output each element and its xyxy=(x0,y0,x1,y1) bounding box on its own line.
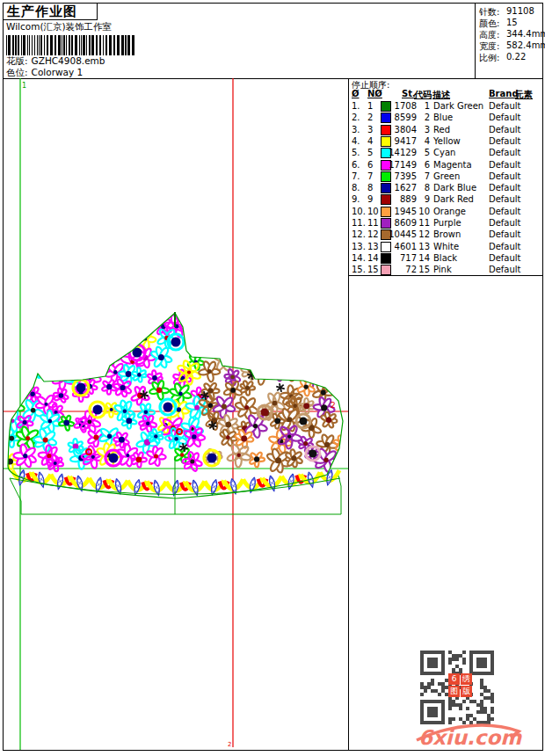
cell-stop-order: 3. xyxy=(352,124,360,135)
stamp-character: 图 xyxy=(448,686,460,697)
cell-description: Black xyxy=(433,252,457,264)
stamp-character: 绣 xyxy=(461,673,472,685)
cell-description: Blue xyxy=(433,112,453,123)
cell-description: Yellow xyxy=(433,135,461,147)
height-row: 高度:344.4mm xyxy=(479,29,499,41)
col-header-brand: Brand xyxy=(489,89,519,98)
col-header-element: 元素 xyxy=(515,89,533,101)
pattern-file-label: 花版: xyxy=(6,55,28,66)
cell-stitches: 9417 xyxy=(384,135,417,147)
cell-needle: 6 xyxy=(367,159,373,171)
cell-brand: Default xyxy=(489,217,521,229)
design-canvas: 122 xyxy=(4,78,348,750)
colorway-label: 色位: xyxy=(6,67,28,77)
cell-stitches: 14129 xyxy=(384,147,417,158)
col-header-code: 代码 xyxy=(414,89,432,101)
cell-brand: Default xyxy=(489,264,521,275)
studio-name: Wilcom(汇京)装饰工作室 xyxy=(6,21,112,33)
cell-description: Orange xyxy=(433,206,466,217)
svg-text:6xiu.com: 6xiu.com xyxy=(418,726,522,749)
cell-brand: Default xyxy=(489,171,521,182)
cell-needle: 13 xyxy=(367,241,379,252)
table-row: 10.10194510OrangeDefault xyxy=(349,206,543,217)
svg-text:1: 1 xyxy=(22,82,26,90)
cell-description: Brown xyxy=(433,229,461,240)
table-row: 8.816278Dark BlueDefault xyxy=(349,182,543,193)
table-row: 12.121044512BrownDefault xyxy=(349,229,543,240)
cell-brand: Default xyxy=(489,241,521,252)
colorway-value: Colorway 1 xyxy=(32,67,84,77)
header: 生产作业图 Wilcom(汇京)装饰工作室 花版:GZHC4908.emb 色位… xyxy=(3,3,542,79)
table-row: 5.5141295CyanDefault xyxy=(349,147,543,158)
table-row: 2.285992BlueDefault xyxy=(349,112,543,123)
table-row: 3.338043RedDefault xyxy=(349,124,543,135)
cell-code: 3 xyxy=(418,124,430,135)
color-count-label: 颜色: xyxy=(479,18,499,28)
cell-stop-order: 5. xyxy=(352,147,360,158)
cell-stop-order: 12. xyxy=(352,229,366,240)
cell-code: 4 xyxy=(418,135,430,147)
cell-code: 13 xyxy=(418,241,430,252)
cell-code: 15 xyxy=(418,264,430,275)
height-value: 344.4mm xyxy=(506,29,545,39)
cell-stitches: 10445 xyxy=(384,229,417,240)
cell-stop-order: 1. xyxy=(352,100,360,112)
site-watermark: 6xiu.com xyxy=(415,719,529,751)
cell-description: Dark Red xyxy=(433,193,474,205)
cell-stop-order: 13. xyxy=(352,241,366,252)
cell-stop-order: 7. xyxy=(352,171,360,182)
cell-stitches: 1945 xyxy=(384,206,417,217)
cell-brand: Default xyxy=(489,135,521,147)
cell-description: Purple xyxy=(433,217,461,229)
height-label: 高度: xyxy=(479,30,499,40)
cell-brand: Default xyxy=(489,159,521,171)
page-title: 生产作业图 xyxy=(7,4,77,20)
width-row: 宽度:582.4mm xyxy=(479,40,499,53)
cell-code: 11 xyxy=(418,217,430,229)
pattern-file-value: GZHC4908.emb xyxy=(32,55,105,66)
cell-needle: 2 xyxy=(367,112,373,123)
table-row: 14.1471714BlackDefault xyxy=(349,252,543,264)
table-row: 15.157215PinkDefault xyxy=(349,264,543,275)
cell-brand: Default xyxy=(489,193,521,205)
cell-code: 9 xyxy=(418,193,430,205)
col-header-n: NØ xyxy=(367,89,382,98)
cell-stitches: 1627 xyxy=(384,182,417,193)
cell-needle: 9 xyxy=(367,193,373,205)
cell-description: Magenta xyxy=(433,159,472,171)
svg-text:2: 2 xyxy=(228,741,231,748)
svg-text:2: 2 xyxy=(331,401,336,410)
width-value: 582.4mm xyxy=(506,40,545,50)
cell-needle: 12 xyxy=(367,229,379,240)
cell-needle: 1 xyxy=(367,100,373,112)
table-row: 13.13460113WhiteDefault xyxy=(349,241,543,252)
table-row: 4.494174YellowDefault xyxy=(349,135,543,147)
cell-stop-order: 9. xyxy=(352,193,360,205)
cell-stop-order: 14. xyxy=(352,252,366,264)
cell-stop-order: 8. xyxy=(352,182,360,193)
color-table-rows: 1.117081Dark GreenDefault2.285992BlueDef… xyxy=(349,100,543,276)
table-row: 1.117081Dark GreenDefault xyxy=(349,100,543,112)
cell-stop-order: 6. xyxy=(352,159,360,171)
cell-code: 12 xyxy=(418,229,430,240)
cell-needle: 14 xyxy=(367,252,379,264)
cell-code: 2 xyxy=(418,112,430,123)
cell-stop-order: 10. xyxy=(352,206,366,217)
cell-stitches: 717 xyxy=(384,252,417,264)
cell-needle: 10 xyxy=(367,206,379,217)
stamp-character: 版 xyxy=(461,686,472,697)
cell-code: 8 xyxy=(418,182,430,193)
cell-stop-order: 11. xyxy=(352,217,366,229)
width-label: 宽度: xyxy=(479,41,499,51)
cell-stitches: 7395 xyxy=(384,171,417,182)
cell-brand: Default xyxy=(489,147,521,158)
table-bottom-border xyxy=(349,275,543,276)
cell-description: Red xyxy=(433,124,450,135)
cell-brand: Default xyxy=(489,124,521,135)
cell-brand: Default xyxy=(489,206,521,217)
table-row: 9.98899Dark RedDefault xyxy=(349,193,543,205)
watermark-stamp: 6绣图版 xyxy=(448,673,474,699)
cell-needle: 3 xyxy=(367,124,373,135)
cell-code: 1 xyxy=(418,100,430,112)
cell-code: 6 xyxy=(418,159,430,171)
